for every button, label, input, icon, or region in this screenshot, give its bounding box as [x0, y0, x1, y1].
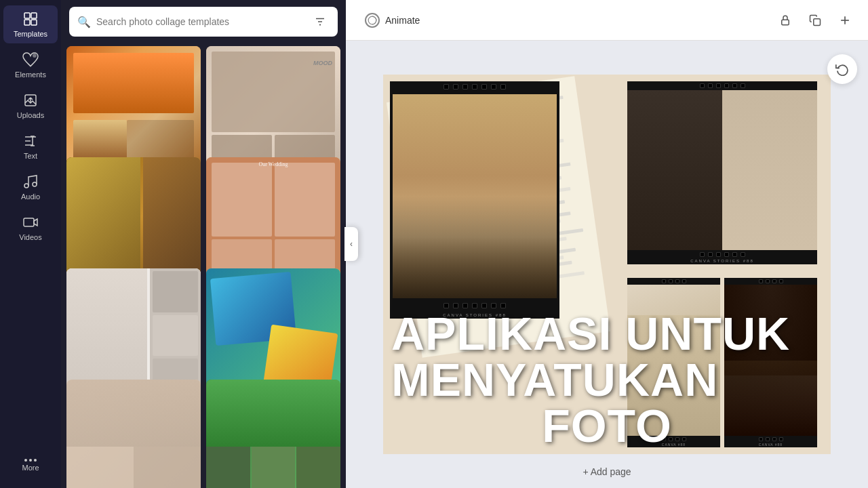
svg-point-7: [33, 182, 37, 186]
svg-point-6: [24, 184, 28, 188]
collage-canvas[interactable]: CANVA STORIES #88: [383, 75, 831, 454]
dot-icon: [29, 459, 32, 462]
animate-label: Animate: [385, 15, 420, 26]
sidebar-item-videos[interactable]: Videos: [3, 209, 58, 247]
template-card[interactable]: [66, 380, 201, 488]
template-card[interactable]: 👑: [206, 380, 340, 488]
svg-point-4: [33, 54, 37, 58]
svg-rect-13: [782, 20, 789, 25]
chevron-left-icon: ‹: [350, 239, 353, 249]
svg-rect-0: [24, 13, 30, 18]
overlay-text: APLIKASI UNTUK MENYATUKAN FOTO: [383, 304, 831, 454]
canvas-area: Animate: [346, 0, 868, 488]
ai-refresh-button[interactable]: [827, 54, 857, 84]
filter-icon[interactable]: [311, 12, 330, 31]
svg-rect-3: [31, 20, 37, 25]
templates-panel: 🔍 MOOD: [61, 0, 346, 488]
sidebar-item-templates[interactable]: Templates: [3, 5, 58, 43]
search-icon: 🔍: [77, 16, 91, 28]
overlay-text-line2: FOTO: [391, 403, 823, 449]
animate-icon: [365, 13, 380, 28]
sidebar-item-more[interactable]: More: [3, 453, 58, 477]
dot-icon: [24, 459, 27, 462]
svg-rect-2: [24, 20, 30, 25]
templates-grid: MOOD Our Wedding 👑: [61, 43, 346, 488]
canvas-content[interactable]: CANVA STORIES #88: [346, 41, 868, 488]
sidebar-item-text[interactable]: Text: [3, 127, 58, 165]
animate-button[interactable]: Animate: [357, 9, 428, 32]
film-strip-right-top: CANVA STORIES #88: [627, 81, 817, 264]
toolbar-right: [773, 8, 857, 33]
svg-rect-8: [24, 218, 34, 226]
sidebar-item-elements[interactable]: Elements: [3, 46, 58, 84]
sidebar-item-audio[interactable]: Audio: [3, 168, 58, 206]
canvas-toolbar: Animate: [346, 0, 868, 41]
film-strip-left: CANVA STORIES #88: [390, 81, 559, 319]
overlay-text-line1: APLIKASI UNTUK MENYATUKAN: [391, 310, 823, 403]
add-button[interactable]: [833, 8, 857, 33]
sidebar: Templates Elements Uploads Text Audio: [0, 0, 61, 488]
svg-rect-1: [31, 13, 37, 18]
lock-button[interactable]: [773, 8, 797, 33]
svg-rect-14: [814, 18, 821, 25]
add-page-button[interactable]: + Add page: [583, 466, 631, 477]
sidebar-item-uploads[interactable]: Uploads: [3, 87, 58, 125]
dot-icon: [34, 459, 37, 462]
search-input[interactable]: [96, 16, 305, 27]
search-bar: 🔍: [69, 7, 338, 37]
panel-collapse-button[interactable]: ‹: [344, 227, 358, 261]
copy-button[interactable]: [803, 8, 827, 33]
